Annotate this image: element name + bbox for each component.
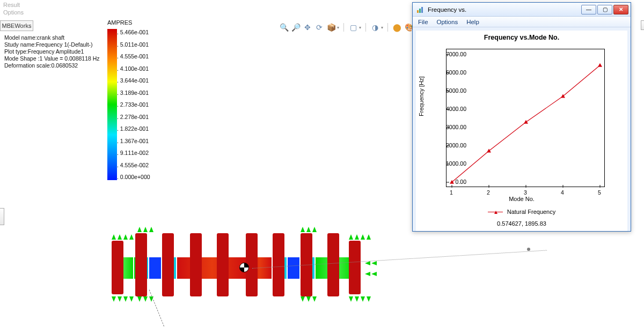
minimize-button[interactable]: — xyxy=(581,5,596,14)
chart-legend: Natural Frequency xyxy=(416,209,627,215)
legend-ticks: 5.466e-0015.011e-0014.555e-0014.100e-001… xyxy=(120,29,150,180)
legend-colorbar xyxy=(107,29,117,180)
constraint-arrows xyxy=(301,296,317,302)
tab-mbeworks[interactable]: MBEWorks xyxy=(0,20,33,31)
legend-series-label: Natural Frequency xyxy=(507,209,556,215)
chart-ylabel: Frequency [Hz] xyxy=(418,76,425,116)
chart-ytick: 4000.00 xyxy=(446,106,466,112)
deform-label: Deformation scale: xyxy=(4,62,52,69)
legend-tick: 3.644e-001 xyxy=(120,77,150,84)
chart-ytick: 7000.00 xyxy=(446,51,466,57)
constraint-arrow xyxy=(371,261,377,265)
plot-label: Plot type: xyxy=(4,48,28,55)
chart-menubar: File Options Help xyxy=(413,17,631,27)
rotate-icon[interactable]: ⟳ xyxy=(314,23,324,32)
chart-ytick: 5000.00 xyxy=(446,87,466,94)
chart-xtick: 2 xyxy=(487,189,490,196)
constraint-arrow xyxy=(371,272,377,276)
view-toolbar: 🔍 🔎 ✥ ⟳ 📦 ▾ ▢ ▾ ◑ ▾ ⬤ 🎨 ▾ xyxy=(279,23,417,32)
chart-menu-help[interactable]: Help xyxy=(466,19,479,25)
legend-tick: 1.822e-001 xyxy=(120,125,150,132)
crank-web xyxy=(349,241,361,294)
chart-body: Frequency vs.Mode No. Frequency [Hz] Mod… xyxy=(416,31,627,231)
chart-xtick: 3 xyxy=(524,189,527,196)
legend-tick: 4.100e-001 xyxy=(120,65,150,72)
constraint-arrows xyxy=(301,227,317,232)
maximize-button[interactable]: ▢ xyxy=(597,5,612,14)
constraint-arrow xyxy=(365,261,370,265)
close-button[interactable]: ✕ xyxy=(613,5,628,14)
separator xyxy=(365,23,366,32)
legend-tick: 0.000e+000 xyxy=(120,174,150,180)
legend-swatch-icon xyxy=(488,212,503,212)
chart-ytick: 2000.00 xyxy=(446,142,466,148)
chart-xlabel: Mode No. xyxy=(416,196,627,202)
study-info: Model name:crank shaft Study name:Freque… xyxy=(4,34,100,69)
chart-ytick: 6000.00 xyxy=(446,69,466,76)
shaft-segment xyxy=(149,257,161,279)
svg-marker-19 xyxy=(524,120,528,124)
dropdown-arrow-icon[interactable]: ▾ xyxy=(337,25,339,30)
deform-value: 0.0680532 xyxy=(52,62,78,69)
constraint-arrows xyxy=(112,296,134,302)
shaft-segment xyxy=(288,257,299,279)
application-root: { "top_menu": { "result": "Result", "opt… xyxy=(0,0,644,327)
mode-value: 1 Value = 0.0088118 Hz xyxy=(39,55,99,62)
chart-menu-file[interactable]: File xyxy=(418,19,428,25)
constraint-arrows xyxy=(349,234,371,240)
graphics-viewport[interactable] xyxy=(86,228,397,319)
chart-window-icon xyxy=(416,5,425,14)
shaft-segment xyxy=(177,257,247,279)
svg-rect-1 xyxy=(417,10,419,13)
study-label: Study name: xyxy=(4,41,36,48)
model-label: Model name: xyxy=(4,34,37,41)
chart-window: Frequency vs. — ▢ ✕ File Options Help Fr… xyxy=(412,2,631,232)
chart-ytick: 0.00 xyxy=(456,179,466,185)
zoom-area-icon[interactable]: 🔎 xyxy=(291,23,301,32)
crank-web xyxy=(190,233,202,296)
legend-tick: 4.555e-002 xyxy=(120,162,150,168)
constraint-arrows xyxy=(137,296,153,302)
box-icon[interactable]: ▢ xyxy=(348,23,358,32)
crank-web xyxy=(273,233,284,296)
chart-ytick: 3000.00 xyxy=(446,124,466,130)
tree-expand-handle[interactable] xyxy=(0,208,4,225)
svg-rect-3 xyxy=(421,7,423,13)
constraint-arrows xyxy=(112,234,134,240)
study-name: Frequency 1(-Default-) xyxy=(36,41,93,48)
crank-web xyxy=(217,233,229,296)
legend-tick: 3.189e-001 xyxy=(120,90,150,96)
perspective-icon[interactable]: 📦 xyxy=(326,23,336,32)
color-swatch-icon[interactable]: ⬤ xyxy=(392,23,402,32)
legend-tick: 5.466e-001 xyxy=(120,29,150,35)
separator xyxy=(387,23,388,32)
chart-titlebar[interactable]: Frequency vs. — ▢ ✕ xyxy=(413,3,631,17)
constraint-arrows xyxy=(137,227,153,232)
main-menu-disabled: Result Options xyxy=(0,0,27,17)
legend-tick: 1.367e-001 xyxy=(120,138,150,144)
zoom-in-icon[interactable]: 🔍 xyxy=(279,23,289,32)
pan-icon[interactable]: ✥ xyxy=(303,23,312,32)
chart-xtick: 4 xyxy=(561,189,564,196)
appearance-icon[interactable]: ◑ xyxy=(370,23,380,32)
svg-marker-21 xyxy=(598,63,602,67)
svg-rect-2 xyxy=(419,9,421,13)
dropdown-arrow-icon[interactable]: ▾ xyxy=(359,25,361,30)
axis-endpoint xyxy=(527,248,530,251)
color-legend: AMPRES 5.466e-0015.011e-0014.555e-0014.1… xyxy=(107,19,172,180)
plot-type: Frequency Amplitude1 xyxy=(28,48,84,55)
constraint-arrow xyxy=(365,272,370,276)
chart-ytick: 1000.00 xyxy=(446,160,466,167)
legend-tick: 9.111e-002 xyxy=(120,150,150,156)
chart-plot-area[interactable] xyxy=(446,49,605,187)
crank-web xyxy=(112,241,123,294)
cog-marker-icon xyxy=(239,263,249,272)
chart-menu-options[interactable]: Options xyxy=(437,19,458,25)
crank-web xyxy=(327,233,339,296)
dropdown-arrow-icon[interactable]: ▾ xyxy=(381,25,383,30)
svg-rect-0 xyxy=(107,29,117,180)
menu-options: Options xyxy=(3,9,24,16)
crank-web xyxy=(135,233,147,296)
chart-coord-readout: 0.574627, 1895.83 xyxy=(416,220,627,227)
right-expand-handle[interactable] xyxy=(641,20,644,30)
